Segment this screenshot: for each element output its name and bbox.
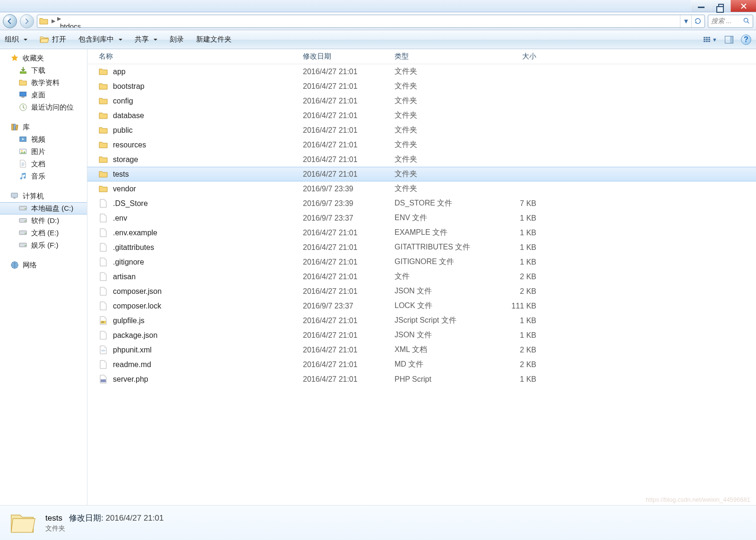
file-name: bootstrap — [113, 82, 145, 91]
file-row[interactable]: phpunit.xml 2016/4/27 21:01 XML 文档 2 KB — [87, 343, 756, 357]
tree-item[interactable]: 音乐 — [0, 170, 87, 182]
tree-item[interactable]: 网络 — [0, 259, 87, 271]
tree-item[interactable]: 库 — [0, 121, 87, 133]
tree-item[interactable]: 软件 (D:) — [0, 214, 87, 227]
close-button[interactable] — [730, 0, 756, 12]
tree-item[interactable]: 最近访问的位 — [0, 101, 87, 113]
file-name: composer.lock — [113, 302, 161, 310]
file-name: .gitignore — [113, 258, 144, 266]
file-row[interactable]: config 2016/4/27 21:01 文件夹 — [87, 94, 756, 108]
file-icon — [99, 214, 108, 223]
file-name: vendor — [113, 185, 136, 193]
forward-button[interactable] — [20, 14, 34, 28]
folder-icon — [99, 67, 108, 77]
tree-item[interactable]: 下载 — [0, 64, 87, 77]
tree-item[interactable]: 娱乐 (F:) — [0, 239, 87, 251]
breadcrumb-sep[interactable]: ▶ — [51, 18, 56, 24]
tree-item[interactable]: 计算机 — [0, 190, 87, 202]
view-options[interactable]: ▼ — [704, 37, 717, 43]
file-row[interactable]: server.php 2016/4/27 21:01 PHP Script 1 … — [87, 372, 756, 386]
preview-pane-toggle[interactable] — [725, 36, 733, 43]
view-icon — [704, 37, 710, 42]
col-size[interactable]: 大小 — [486, 52, 543, 61]
toolbar: 组织 打开 包含到库中 共享 刻录 新建文件夹 ▼ ? — [0, 30, 756, 49]
file-row[interactable]: tests 2016/4/27 21:01 文件夹 — [87, 167, 756, 181]
file-type: 文件夹 — [395, 125, 486, 135]
php-icon — [99, 375, 108, 384]
back-button[interactable] — [3, 14, 17, 28]
file-row[interactable]: package.json 2016/4/27 21:01 JSON 文件 1 K… — [87, 328, 756, 343]
file-date: 2016/4/27 21:01 — [303, 141, 395, 149]
col-type[interactable]: 类型 — [395, 52, 486, 61]
address-dropdown[interactable]: ▾ — [680, 15, 691, 27]
file-size: 111 KB — [486, 302, 543, 310]
tree-item[interactable]: 文档 (E:) — [0, 227, 87, 239]
open-button[interactable]: 打开 — [40, 35, 66, 44]
arrow-right-icon — [23, 17, 31, 25]
minimize-button[interactable] — [691, 0, 711, 12]
file-name: database — [113, 111, 144, 120]
file-row[interactable]: artisan 2016/4/27 21:01 文件 2 KB — [87, 269, 756, 284]
file-row[interactable]: vendor 2016/9/7 23:39 文件夹 — [87, 181, 756, 196]
dl-icon — [19, 66, 27, 75]
file-name: tests — [113, 170, 129, 179]
include-in-library-menu[interactable]: 包含到库中 — [78, 35, 122, 44]
tree-item[interactable]: 本地磁盘 (C:) — [0, 202, 87, 214]
share-menu[interactable]: 共享 — [135, 35, 157, 44]
file-row[interactable]: resources 2016/4/27 21:01 文件夹 — [87, 137, 756, 152]
file-row[interactable]: .env.example 2016/4/27 21:01 EXAMPLE 文件 … — [87, 225, 756, 240]
file-size: 1 KB — [486, 258, 543, 266]
file-name: artisan — [113, 273, 136, 281]
tree-item[interactable]: 收藏夹 — [0, 52, 87, 64]
file-row[interactable]: bootstrap 2016/4/27 21:01 文件夹 — [87, 79, 756, 94]
file-row[interactable]: composer.lock 2016/9/7 23:37 LOCK 文件 111… — [87, 299, 756, 313]
watermark: https://blog.csdn.net/weixin_44596681 — [646, 496, 750, 503]
folder-icon — [99, 184, 108, 194]
file-date: 2016/4/27 21:01 — [303, 126, 395, 135]
breadcrumb-sep[interactable]: ▶ — [56, 16, 62, 21]
burn-button[interactable]: 刻录 — [170, 35, 184, 44]
file-row[interactable]: readme.md 2016/4/27 21:01 MD 文件 2 KB — [87, 357, 756, 372]
file-date: 2016/4/27 21:01 — [303, 82, 395, 91]
file-name: package.json — [113, 331, 157, 340]
column-headers[interactable]: 名称 修改日期 类型 大小 — [87, 49, 756, 64]
col-name[interactable]: 名称 — [99, 52, 303, 61]
file-name: .gitattributes — [113, 243, 154, 252]
organize-menu[interactable]: 组织 — [5, 35, 27, 44]
refresh-button[interactable] — [691, 15, 703, 27]
folder-icon — [99, 96, 108, 106]
col-date[interactable]: 修改日期 — [303, 52, 395, 61]
folder-icon — [99, 82, 108, 91]
tree-item[interactable]: 图片 — [0, 146, 87, 158]
file-date: 2016/9/7 23:39 — [303, 185, 395, 193]
file-date: 2016/4/27 21:01 — [303, 243, 395, 252]
file-size: 2 KB — [486, 273, 543, 281]
file-row[interactable]: .gitignore 2016/4/27 21:01 GITIGNORE 文件 … — [87, 255, 756, 269]
file-size: 1 KB — [486, 229, 543, 237]
file-date: 2016/4/27 21:01 — [303, 317, 395, 325]
refresh-icon — [694, 17, 701, 25]
file-type: GITIGNORE 文件 — [395, 257, 486, 267]
file-row[interactable]: .DS_Store 2016/9/7 23:39 DS_STORE 文件 7 K… — [87, 196, 756, 211]
file-row[interactable]: database 2016/4/27 21:01 文件夹 — [87, 108, 756, 123]
file-date: 2016/4/27 21:01 — [303, 68, 395, 76]
file-size: 2 KB — [486, 346, 543, 354]
tree-item[interactable]: 文档 — [0, 158, 87, 170]
new-folder-button[interactable]: 新建文件夹 — [196, 35, 232, 44]
breadcrumb-item[interactable]: htdocs — [56, 22, 106, 28]
help-button[interactable]: ? — [741, 34, 751, 45]
file-row[interactable]: storage 2016/4/27 21:01 文件夹 — [87, 152, 756, 167]
file-row[interactable]: app 2016/4/27 21:01 文件夹 — [87, 64, 756, 79]
file-icon — [99, 287, 108, 296]
file-row[interactable]: composer.json 2016/4/27 21:01 JSON 文件 2 … — [87, 284, 756, 299]
file-row[interactable]: .env 2016/9/7 23:37 ENV 文件 1 KB — [87, 211, 756, 225]
search-input[interactable]: 搜索 ... — [708, 15, 753, 28]
address-bar[interactable]: ▶ 计算机▶本地磁盘 (C:)▶xampp▶htdocs▶PHPprimary▶… — [37, 15, 705, 28]
file-row[interactable]: public 2016/4/27 21:01 文件夹 — [87, 123, 756, 137]
tree-item[interactable]: 教学资料 — [0, 77, 87, 89]
tree-item[interactable]: 视频 — [0, 133, 87, 146]
file-row[interactable]: gulpfile.js 2016/4/27 21:01 JScript Scri… — [87, 313, 756, 328]
maximize-button[interactable] — [711, 0, 730, 12]
file-row[interactable]: .gitattributes 2016/4/27 21:01 GITATTRIB… — [87, 240, 756, 255]
tree-item[interactable]: 桌面 — [0, 89, 87, 101]
